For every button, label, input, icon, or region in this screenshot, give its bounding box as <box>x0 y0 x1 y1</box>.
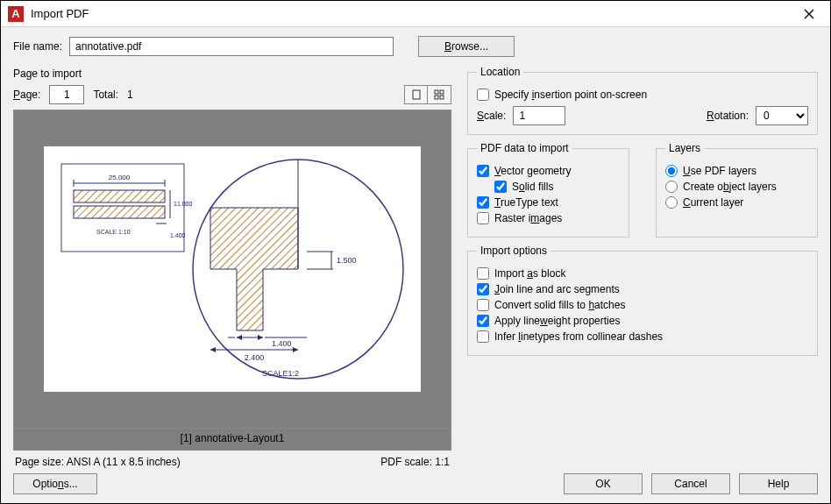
raster-images-label: Raster images <box>494 212 562 224</box>
truetype-checkbox[interactable] <box>477 196 489 209</box>
create-object-layers-radio[interactable] <box>665 181 678 193</box>
scale-input[interactable] <box>513 106 565 125</box>
app-icon: A <box>8 6 24 22</box>
vector-geometry-checkbox[interactable] <box>477 165 489 177</box>
page-size: Page size: ANSI A (11 x 8.5 inches) <box>15 456 181 468</box>
svg-text:SCALE 1:10: SCALE 1:10 <box>96 229 131 235</box>
titlebar: A Import PDF <box>1 1 830 27</box>
ok-button[interactable]: OK <box>564 473 643 494</box>
page-preview[interactable]: 25.000 11.000 <box>13 110 451 429</box>
use-pdf-layers-radio[interactable] <box>665 165 678 177</box>
rotation-select[interactable]: 0 <box>756 106 808 125</box>
current-layer-radio[interactable] <box>665 196 678 209</box>
svg-marker-32 <box>293 347 298 352</box>
svg-text:1.500: 1.500 <box>337 256 357 265</box>
solid-fills-checkbox[interactable] <box>494 181 507 193</box>
grid-icon <box>434 89 444 100</box>
lineweight-checkbox[interactable] <box>477 315 489 327</box>
scale-label: Scale: <box>477 110 506 122</box>
options-button[interactable]: Options... <box>13 473 97 494</box>
import-as-block-checkbox[interactable] <box>477 267 489 280</box>
svg-rect-3 <box>435 96 438 99</box>
convert-hatches-checkbox[interactable] <box>477 299 489 311</box>
cancel-button[interactable]: Cancel <box>651 473 730 494</box>
raster-images-checkbox[interactable] <box>477 212 489 224</box>
svg-text:1.400: 1.400 <box>170 232 186 238</box>
svg-rect-11 <box>74 190 165 202</box>
window-title: Import PDF <box>31 7 792 20</box>
create-object-layers-label: Create object layers <box>683 181 777 193</box>
pdf-scale: PDF scale: 1:1 <box>380 456 450 468</box>
join-segments-label: Join line and arc segments <box>494 283 620 295</box>
infer-linetypes-checkbox[interactable] <box>477 330 489 343</box>
close-icon <box>804 9 814 19</box>
specify-insertion-label: Specify insertion point on-screen <box>494 89 647 101</box>
svg-text:25.000: 25.000 <box>109 174 131 181</box>
import-as-block-label: Import as block <box>494 267 565 280</box>
svg-rect-0 <box>413 90 420 99</box>
svg-marker-27 <box>237 335 242 340</box>
svg-rect-12 <box>74 206 165 218</box>
view-single-button[interactable] <box>405 86 428 103</box>
svg-marker-28 <box>258 335 263 340</box>
svg-rect-1 <box>435 90 438 94</box>
use-pdf-layers-label: Use PDF layers <box>683 165 756 177</box>
single-page-icon <box>411 89 422 100</box>
svg-rect-4 <box>440 96 444 99</box>
close-button[interactable] <box>792 2 827 26</box>
page-to-import-label: Page to import <box>13 67 451 80</box>
convert-hatches-label: Convert solid fills to hatches <box>494 299 625 311</box>
browse-button[interactable]: Browse... <box>418 36 515 57</box>
import-pdf-dialog: A Import PDF File name: Browse... Page t… <box>0 0 831 504</box>
location-legend: Location <box>477 66 523 78</box>
file-name-label: File name: <box>13 40 62 53</box>
total-label: Total: <box>93 89 118 101</box>
location-group: Location Specify insertion point on-scre… <box>467 66 818 135</box>
total-value: 1 <box>127 89 133 101</box>
pdf-data-legend: PDF data to import <box>477 142 572 154</box>
truetype-label: TrueType text <box>494 196 558 209</box>
layers-legend: Layers <box>665 142 704 154</box>
svg-text:2.400: 2.400 <box>245 353 265 362</box>
view-grid-button[interactable] <box>428 86 451 103</box>
lineweight-label: Apply lineweight properties <box>494 315 620 327</box>
preview-drawing: 25.000 11.000 <box>44 146 421 392</box>
pdf-data-group: PDF data to import Vector geometry Solid… <box>467 142 629 238</box>
preview-caption: [1] annotative-Layout1 <box>13 429 451 451</box>
specify-insertion-checkbox[interactable] <box>477 89 489 101</box>
solid-fills-label: Solid fills <box>512 181 553 193</box>
svg-marker-31 <box>210 347 216 352</box>
file-name-input[interactable] <box>69 37 394 56</box>
vector-geometry-label: Vector geometry <box>494 165 571 177</box>
import-options-legend: Import options <box>477 245 550 257</box>
svg-text:SCALE1:2: SCALE1:2 <box>262 369 299 378</box>
svg-rect-2 <box>440 90 444 94</box>
help-button[interactable]: Help <box>739 473 818 494</box>
svg-text:1.400: 1.400 <box>272 339 292 348</box>
current-layer-label: Current layer <box>683 196 743 209</box>
rotation-label: Rotation: <box>707 110 749 122</box>
page-number-input[interactable] <box>49 85 84 104</box>
import-options-group: Import options Import as block Join line… <box>467 245 818 356</box>
infer-linetypes-label: Infer linetypes from collinear dashes <box>494 330 663 343</box>
join-segments-checkbox[interactable] <box>477 283 489 295</box>
view-mode-toggle <box>404 85 451 104</box>
preview-page: 25.000 11.000 <box>44 146 421 392</box>
page-label: Page: <box>13 89 40 101</box>
layers-group: Layers Use PDF layers Create object laye… <box>656 142 818 238</box>
svg-text:11.000: 11.000 <box>174 201 193 207</box>
